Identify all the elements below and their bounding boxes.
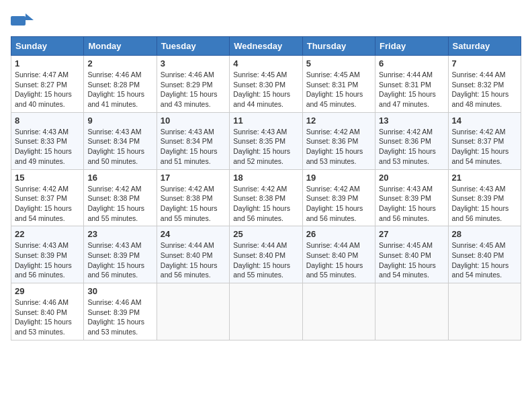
calendar-cell: 17 Sunrise: 4:42 AM Sunset: 8:38 PM Dayl… [157, 169, 229, 226]
day-info: Sunrise: 4:46 AM Sunset: 8:28 PM Dayligh… [87, 70, 152, 109]
calendar-cell: 18 Sunrise: 4:42 AM Sunset: 8:38 PM Dayl… [230, 169, 302, 226]
daylight-label: Daylight: 15 hoursand 53 minutes. [379, 147, 436, 165]
calendar-cell: 6 Sunrise: 4:44 AM Sunset: 8:31 PM Dayli… [375, 56, 448, 113]
day-number: 12 [306, 116, 371, 126]
day-info: Sunrise: 4:45 AM Sunset: 8:40 PM Dayligh… [379, 240, 444, 280]
sunset-label: Sunset: 8:38 PM [161, 194, 213, 202]
calendar-header-wednesday: Wednesday [230, 37, 302, 56]
sunset-label: Sunset: 8:38 PM [233, 194, 285, 202]
sunset-label: Sunset: 8:32 PM [452, 81, 504, 89]
day-number: 8 [15, 116, 80, 126]
day-number: 3 [161, 58, 226, 68]
calendar-cell: 5 Sunrise: 4:45 AM Sunset: 8:31 PM Dayli… [302, 56, 375, 113]
calendar-cell: 24 Sunrise: 4:44 AM Sunset: 8:40 PM Dayl… [157, 226, 229, 283]
calendar-cell: 9 Sunrise: 4:43 AM Sunset: 8:34 PM Dayli… [84, 112, 157, 169]
sunrise-label: Sunrise: 4:44 AM [379, 71, 433, 79]
daylight-label: Daylight: 15 hoursand 56 minutes. [15, 261, 72, 279]
sunset-label: Sunset: 8:40 PM [379, 251, 431, 259]
sunrise-label: Sunrise: 4:43 AM [15, 128, 69, 136]
day-number: 10 [161, 116, 226, 126]
calendar-week-row: 8 Sunrise: 4:43 AM Sunset: 8:33 PM Dayli… [11, 112, 521, 169]
calendar-week-row: 15 Sunrise: 4:42 AM Sunset: 8:37 PM Dayl… [11, 169, 521, 226]
daylight-label: Daylight: 15 hoursand 56 minutes. [87, 261, 144, 279]
day-number: 29 [15, 286, 80, 296]
sunrise-label: Sunrise: 4:42 AM [452, 128, 506, 136]
sunset-label: Sunset: 8:39 PM [452, 194, 504, 202]
sunrise-label: Sunrise: 4:46 AM [87, 298, 141, 306]
daylight-label: Daylight: 15 hoursand 44 minutes. [233, 90, 290, 108]
sunrise-label: Sunrise: 4:44 AM [161, 241, 214, 249]
day-info: Sunrise: 4:44 AM Sunset: 8:40 PM Dayligh… [233, 240, 298, 280]
day-info: Sunrise: 4:42 AM Sunset: 8:38 PM Dayligh… [87, 184, 152, 224]
calendar-cell: 23 Sunrise: 4:43 AM Sunset: 8:39 PM Dayl… [84, 226, 157, 283]
sunset-label: Sunset: 8:34 PM [161, 137, 213, 145]
day-number: 6 [379, 58, 444, 68]
daylight-label: Daylight: 15 hoursand 45 minutes. [306, 90, 363, 108]
day-info: Sunrise: 4:42 AM Sunset: 8:37 PM Dayligh… [15, 184, 80, 224]
day-number: 30 [87, 286, 152, 296]
day-number: 28 [452, 229, 517, 239]
day-info: Sunrise: 4:44 AM Sunset: 8:32 PM Dayligh… [452, 70, 517, 109]
day-info: Sunrise: 4:42 AM Sunset: 8:37 PM Dayligh… [452, 127, 517, 167]
sunset-label: Sunset: 8:40 PM [161, 251, 213, 259]
sunset-label: Sunset: 8:40 PM [452, 251, 504, 259]
daylight-label: Daylight: 15 hoursand 55 minutes. [306, 261, 363, 279]
sunset-label: Sunset: 8:27 PM [15, 81, 67, 89]
sunrise-label: Sunrise: 4:44 AM [306, 241, 360, 249]
sunset-label: Sunset: 8:36 PM [306, 137, 359, 145]
calendar-header-row: SundayMondayTuesdayWednesdayThursdayFrid… [11, 37, 521, 56]
daylight-label: Daylight: 15 hoursand 55 minutes. [233, 261, 290, 279]
sunset-label: Sunset: 8:35 PM [233, 137, 285, 145]
calendar-cell: 10 Sunrise: 4:43 AM Sunset: 8:34 PM Dayl… [157, 112, 229, 169]
day-info: Sunrise: 4:43 AM Sunset: 8:39 PM Dayligh… [15, 240, 80, 280]
calendar-week-row: 1 Sunrise: 4:47 AM Sunset: 8:27 PM Dayli… [11, 56, 521, 113]
sunrise-label: Sunrise: 4:45 AM [306, 71, 360, 79]
sunrise-label: Sunrise: 4:46 AM [15, 298, 69, 306]
sunset-label: Sunset: 8:39 PM [379, 194, 431, 202]
calendar-cell [375, 283, 448, 340]
sunset-label: Sunset: 8:39 PM [87, 308, 140, 316]
calendar-header-thursday: Thursday [302, 37, 375, 56]
day-info: Sunrise: 4:43 AM Sunset: 8:39 PM Dayligh… [87, 240, 152, 280]
sunset-label: Sunset: 8:33 PM [15, 137, 67, 145]
sunset-label: Sunset: 8:30 PM [233, 81, 285, 89]
daylight-label: Daylight: 15 hoursand 52 minutes. [233, 147, 290, 165]
sunrise-label: Sunrise: 4:42 AM [306, 185, 360, 193]
calendar-cell: 26 Sunrise: 4:44 AM Sunset: 8:40 PM Dayl… [302, 226, 375, 283]
sunset-label: Sunset: 8:40 PM [233, 251, 285, 259]
daylight-label: Daylight: 15 hoursand 47 minutes. [379, 90, 436, 108]
day-number: 11 [233, 116, 298, 126]
sunrise-label: Sunrise: 4:43 AM [87, 241, 141, 249]
day-number: 18 [233, 173, 298, 183]
sunset-label: Sunset: 8:40 PM [306, 251, 359, 259]
day-info: Sunrise: 4:42 AM Sunset: 8:36 PM Dayligh… [379, 127, 444, 167]
day-number: 5 [306, 58, 371, 68]
sunrise-label: Sunrise: 4:46 AM [87, 71, 141, 79]
day-number: 22 [15, 229, 80, 239]
calendar-cell: 3 Sunrise: 4:46 AM Sunset: 8:29 PM Dayli… [157, 56, 229, 113]
calendar-table: SundayMondayTuesdayWednesdayThursdayFrid… [11, 36, 521, 340]
calendar-cell: 19 Sunrise: 4:42 AM Sunset: 8:39 PM Dayl… [302, 169, 375, 226]
sunrise-label: Sunrise: 4:43 AM [87, 128, 141, 136]
day-number: 2 [87, 58, 152, 68]
calendar-cell: 25 Sunrise: 4:44 AM Sunset: 8:40 PM Dayl… [230, 226, 302, 283]
sunrise-label: Sunrise: 4:44 AM [452, 71, 506, 79]
calendar-cell: 4 Sunrise: 4:45 AM Sunset: 8:30 PM Dayli… [230, 56, 302, 113]
sunrise-label: Sunrise: 4:43 AM [379, 185, 433, 193]
sunset-label: Sunset: 8:31 PM [306, 81, 359, 89]
day-number: 9 [87, 116, 152, 126]
day-number: 13 [379, 116, 444, 126]
daylight-label: Daylight: 15 hoursand 56 minutes. [306, 204, 363, 222]
sunset-label: Sunset: 8:31 PM [379, 81, 431, 89]
day-info: Sunrise: 4:42 AM Sunset: 8:39 PM Dayligh… [306, 184, 371, 224]
sunrise-label: Sunrise: 4:43 AM [233, 128, 287, 136]
daylight-label: Daylight: 15 hoursand 53 minutes. [15, 318, 72, 336]
day-info: Sunrise: 4:43 AM Sunset: 8:39 PM Dayligh… [379, 184, 444, 224]
calendar-cell: 12 Sunrise: 4:42 AM Sunset: 8:36 PM Dayl… [302, 112, 375, 169]
sunset-label: Sunset: 8:40 PM [15, 308, 67, 316]
sunset-label: Sunset: 8:36 PM [379, 137, 431, 145]
sunset-label: Sunset: 8:28 PM [87, 81, 140, 89]
daylight-label: Daylight: 15 hoursand 51 minutes. [161, 147, 218, 165]
day-number: 15 [15, 173, 80, 183]
svg-marker-1 [26, 13, 34, 20]
